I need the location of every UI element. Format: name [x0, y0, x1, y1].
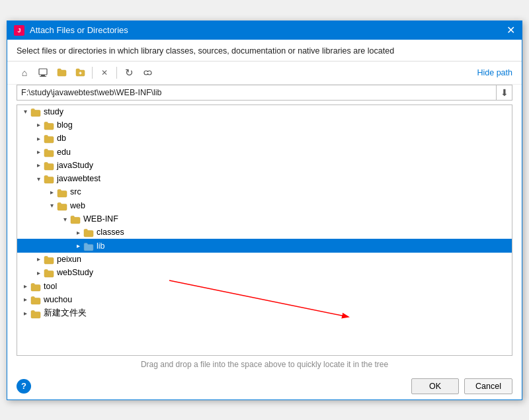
tree-item-tool[interactable]: ▸ tool — [17, 279, 512, 292]
expand-arrow-src[interactable]: ▸ — [46, 189, 57, 196]
ok-button[interactable]: OK — [411, 378, 459, 394]
folder-icon-study — [30, 106, 41, 117]
item-label-newdir: 新建文件夹 — [44, 308, 87, 319]
svg-rect-0 — [39, 69, 47, 75]
expand-arrow-WEB-INF[interactable]: ▾ — [60, 216, 70, 223]
expand-arrow-study[interactable]: ▾ — [20, 108, 30, 115]
expand-arrow-wuchou[interactable]: ▸ — [20, 296, 30, 303]
tree-item-blog[interactable]: ▸ blog — [17, 118, 512, 132]
tree-item-db[interactable]: ▸ db — [17, 132, 512, 145]
expand-arrow-blog[interactable]: ▸ — [33, 121, 44, 128]
tree-item-study[interactable]: ▾ study — [17, 105, 512, 118]
expand-arrow-javaStudy[interactable]: ▸ — [33, 161, 44, 169]
expand-arrow-classes[interactable]: ▸ — [73, 229, 83, 236]
title-bar-left: J Attach Files or Directories — [14, 25, 128, 36]
link-button[interactable] — [140, 65, 155, 80]
app-icon: J — [14, 25, 24, 36]
toolbar-separator-2 — [116, 67, 117, 79]
folder-icon-newdir — [30, 308, 41, 318]
drag-hint: Drag and drop a file into the space abov… — [7, 356, 522, 373]
toolbar: ⌂ ✕ — [7, 62, 522, 85]
path-bar: ⬇ — [17, 85, 512, 101]
tree-item-WEB-INF[interactable]: ▾ WEB-INF — [17, 212, 512, 226]
item-label-tool: tool — [44, 282, 57, 291]
folder-icon-javaStudy — [44, 160, 54, 171]
toolbar-separator-1 — [92, 67, 93, 79]
folder-icon-edu — [44, 146, 54, 157]
expand-arrow-newdir[interactable]: ▸ — [20, 310, 30, 317]
folder-icon-web — [57, 200, 67, 211]
tree-item-newdir[interactable]: ▸ 新建文件夹 — [17, 306, 512, 320]
folder-icon-javawebtest — [44, 173, 54, 184]
folder-icon-tool — [30, 280, 41, 291]
hide-path-link[interactable]: Hide path — [477, 68, 512, 77]
tree-item-javawebtest[interactable]: ▾ javawebtest — [17, 172, 512, 185]
folder-icon-blog — [44, 120, 54, 130]
expand-arrow-db[interactable]: ▸ — [33, 135, 44, 142]
tree-item-web[interactable]: ▾ web — [17, 199, 512, 212]
tree-item-edu[interactable]: ▸ edu — [17, 145, 512, 158]
folder-icon-wuchou — [30, 294, 41, 305]
title-bar: J Attach Files or Directories ✕ — [7, 21, 522, 40]
folder-icon-src — [57, 187, 67, 197]
dialog-title: Attach Files or Directories — [30, 25, 128, 35]
tree-item-lib[interactable]: ▸ lib — [17, 239, 512, 252]
refresh-button[interactable]: ↻ — [121, 65, 137, 80]
item-label-wuchou: wuchou — [44, 295, 72, 304]
path-download-button[interactable]: ⬇ — [496, 85, 512, 100]
bottom-bar: ? OK Cancel — [7, 373, 522, 399]
tree-item-src[interactable]: ▸ src — [17, 185, 512, 198]
item-label-peixun: peixun — [57, 255, 81, 264]
description-text: Select files or directories in which lib… — [7, 40, 522, 62]
home-button[interactable]: ⌂ — [17, 65, 32, 80]
item-label-webStudy: webStudy — [57, 268, 93, 277]
tree-item-wuchou[interactable]: ▸ wuchou — [17, 293, 512, 306]
attach-files-dialog: J Attach Files or Directories ✕ Select f… — [7, 21, 522, 400]
svg-rect-2 — [40, 76, 46, 77]
new-folder-button[interactable] — [72, 65, 88, 80]
item-label-classes: classes — [97, 228, 124, 237]
delete-button[interactable]: ✕ — [97, 65, 112, 80]
svg-rect-1 — [41, 75, 45, 76]
path-input[interactable] — [17, 85, 496, 100]
tree-item-classes[interactable]: ▸ classes — [17, 226, 512, 239]
folder-icon-lib — [83, 240, 94, 251]
folder-icon-webStudy — [44, 267, 54, 278]
expand-arrow-edu[interactable]: ▸ — [33, 148, 44, 155]
item-label-study: study — [44, 107, 63, 116]
expand-arrow-javawebtest[interactable]: ▾ — [33, 175, 44, 183]
tree-item-peixun[interactable]: ▸ peixun — [17, 253, 512, 266]
expand-arrow-web[interactable]: ▾ — [46, 202, 57, 209]
tree-item-javaStudy[interactable]: ▸ javaStudy — [17, 159, 512, 172]
action-buttons: OK Cancel — [411, 378, 512, 394]
folder-icon-classes — [83, 227, 94, 237]
tree-item-webStudy[interactable]: ▸ webStudy — [17, 266, 512, 279]
item-label-javawebtest: javawebtest — [57, 174, 101, 183]
folder-icon-WEB-INF — [70, 214, 81, 224]
folder-button[interactable] — [54, 65, 69, 80]
close-button[interactable]: ✕ — [507, 25, 515, 36]
computer-button[interactable] — [35, 65, 51, 80]
item-label-db: db — [57, 134, 66, 143]
file-tree[interactable]: ▾ study▸ blog▸ db▸ edu▸ javaStudy▾ javaw… — [17, 105, 512, 356]
item-label-web: web — [70, 201, 85, 210]
expand-arrow-webStudy[interactable]: ▸ — [33, 269, 44, 276]
svg-rect-7 — [146, 72, 149, 73]
item-label-edu: edu — [57, 147, 71, 157]
item-label-blog: blog — [57, 120, 73, 130]
cancel-button[interactable]: Cancel — [464, 378, 512, 394]
expand-arrow-tool[interactable]: ▸ — [20, 282, 30, 290]
toolbar-buttons: ⌂ ✕ — [17, 65, 155, 80]
item-label-WEB-INF: WEB-INF — [83, 214, 118, 224]
folder-icon-db — [44, 133, 54, 144]
item-label-lib: lib — [97, 241, 105, 251]
help-button[interactable]: ? — [17, 379, 31, 394]
expand-arrow-lib[interactable]: ▸ — [73, 242, 83, 249]
folder-icon-peixun — [44, 254, 54, 265]
item-label-javaStudy: javaStudy — [57, 161, 93, 170]
item-label-src: src — [70, 187, 81, 196]
expand-arrow-peixun[interactable]: ▸ — [33, 255, 44, 263]
